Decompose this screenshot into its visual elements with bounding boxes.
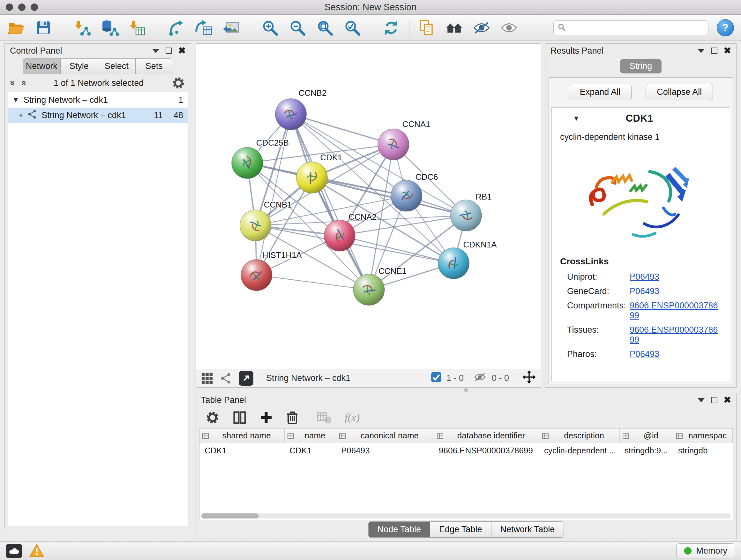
node-CCNA2[interactable] [324,220,355,251]
cell-namespace[interactable]: stringdb [673,443,733,458]
control-panel-float-icon[interactable] [152,49,159,53]
node-CDKN1A[interactable] [438,248,469,279]
grid-view-icon[interactable] [201,372,213,384]
expand-all-button[interactable]: Expand All [569,84,632,100]
node-CCNA1[interactable] [378,129,409,160]
warning-icon[interactable] [29,544,44,558]
compartments-link[interactable]: 9606.ENSP00000378699 [630,301,722,320]
column-header[interactable]: description [539,428,619,443]
search-field[interactable] [553,20,709,35]
copy-document-icon[interactable] [418,19,435,37]
table-row[interactable]: CDK1 CDK1 P06493 9606.ENSP00000378699 cy… [199,443,733,458]
network-collection-row[interactable]: ▼ String Network – cdk1 1 [8,92,188,108]
network-canvas[interactable]: CCNB2CCNA1CDC25BCDK1CDC6RB1CCNB1CCNA2CDK… [196,44,541,369]
results-panel-float-icon[interactable] [697,49,704,53]
tab-string[interactable]: String [620,59,662,73]
cell-name[interactable]: CDK1 [284,443,336,458]
cell-database-identifier[interactable]: 9606.ENSP00000378699 [434,443,539,458]
network-table-icon[interactable] [195,19,212,37]
gene-collapse-icon[interactable]: ▼ [573,114,580,123]
cell-shared-name[interactable]: CDK1 [199,443,284,458]
tab-edge-table[interactable]: Edge Table [430,521,491,538]
export-image-icon[interactable] [222,19,240,37]
open-file-icon[interactable] [7,19,25,37]
horizontal-scrollbar[interactable] [201,513,731,518]
show-columns-icon[interactable] [233,411,246,424]
open-in-new-window-icon[interactable] [239,371,253,386]
edge-CCNA2-CDKN1A[interactable] [340,236,454,263]
control-panel-close-icon[interactable]: ✖ [179,46,186,55]
tab-network[interactable]: Network [23,58,61,74]
column-header[interactable]: namespac [673,428,733,443]
show-all-icon[interactable] [500,19,518,37]
tab-network-table[interactable]: Network Table [491,521,564,538]
tab-select[interactable]: Select [98,58,136,74]
network-graph[interactable]: CCNB2CCNA1CDC25BCDK1CDC6RB1CCNB1CCNA2CDK… [196,44,541,369]
pan-move-icon[interactable] [522,370,536,386]
network-row[interactable]: ● String Network – cdk1 11 48 [8,108,188,123]
zoom-out-icon[interactable] [288,19,307,37]
uniprot-link[interactable]: P06493 [630,272,659,282]
column-header[interactable]: @id [619,428,673,443]
pharos-link[interactable]: P06493 [630,349,659,359]
edge-CCNB2-CCNA1[interactable] [291,114,393,145]
help-icon[interactable]: ? [717,19,734,37]
add-column-icon[interactable] [260,411,273,424]
node-RB1[interactable] [450,200,482,231]
cell-description[interactable]: cyclin-dependent ... [539,443,619,458]
column-header[interactable]: name [284,428,336,443]
hide-selected-icon[interactable] [473,19,490,37]
network-options-gear-icon[interactable] [172,76,185,90]
results-panel-maximize-icon[interactable] [711,48,718,54]
collapse-all-button[interactable]: Collapse All [646,84,713,100]
collection-expand-icon[interactable]: ▼ [12,96,19,104]
column-header[interactable]: database identifier [434,428,539,443]
refresh-icon[interactable] [382,19,400,37]
table-panel-float-icon[interactable] [697,398,704,402]
node-CCNB2[interactable] [275,99,307,130]
scrollbar-thumb[interactable] [201,513,259,518]
edge-CCNB2-CCNE1[interactable] [291,114,369,290]
tissues-link[interactable]: 9606.ENSP00000378699 [630,325,722,345]
table-settings-gear-icon[interactable] [205,411,219,425]
column-header[interactable]: canonical name [336,428,434,443]
import-network-from-database-icon[interactable] [101,19,119,37]
node-CDC25B[interactable] [232,147,263,179]
tab-sets[interactable]: Sets [136,58,173,74]
genecard-link[interactable]: P06493 [630,287,659,296]
collapse-all-networks-icon[interactable]: » [18,80,28,86]
edge-HIST1H1A-CCNE1[interactable] [257,275,369,290]
import-network-from-file-icon[interactable] [73,19,91,37]
search-input[interactable] [569,22,704,33]
tab-node-table[interactable]: Node Table [368,521,430,538]
delete-table-icon[interactable] [317,411,331,424]
control-panel-maximize-icon[interactable] [165,48,172,54]
results-panel-close-icon[interactable]: ✖ [724,46,731,55]
table-panel-close-icon[interactable]: ✖ [724,395,731,405]
minimize-window-button[interactable] [18,3,25,11]
zoom-selected-icon[interactable] [343,19,361,37]
table-panel-maximize-icon[interactable] [711,397,718,403]
delete-column-icon[interactable] [286,411,299,425]
network-arrow-icon[interactable] [167,19,185,37]
column-header[interactable]: shared name [199,428,284,443]
close-window-button[interactable] [6,3,13,11]
tab-style[interactable]: Style [61,58,98,74]
cloud-icon[interactable] [6,544,22,558]
selected-checkbox-icon[interactable] [431,372,441,384]
horizontal-splitter[interactable] [196,388,737,393]
hidden-eye-icon[interactable] [473,372,487,384]
memory-button[interactable]: Memory [676,543,735,558]
zoom-fit-icon[interactable] [316,19,334,37]
expand-all-networks-icon[interactable]: » [8,80,18,86]
function-builder-icon[interactable]: f(x) [345,412,360,424]
maximize-window-button[interactable] [30,3,38,11]
cell-canonical-name[interactable]: P06493 [336,443,434,458]
import-table-from-file-icon[interactable] [128,19,146,37]
node-CDC6[interactable] [391,180,422,211]
network-share-view-icon[interactable] [220,373,232,384]
cell-id[interactable]: stringdb:9... [619,443,673,458]
save-session-icon[interactable] [35,19,52,37]
home-icon[interactable] [445,19,463,37]
node-HIST1H1A[interactable] [241,260,272,291]
